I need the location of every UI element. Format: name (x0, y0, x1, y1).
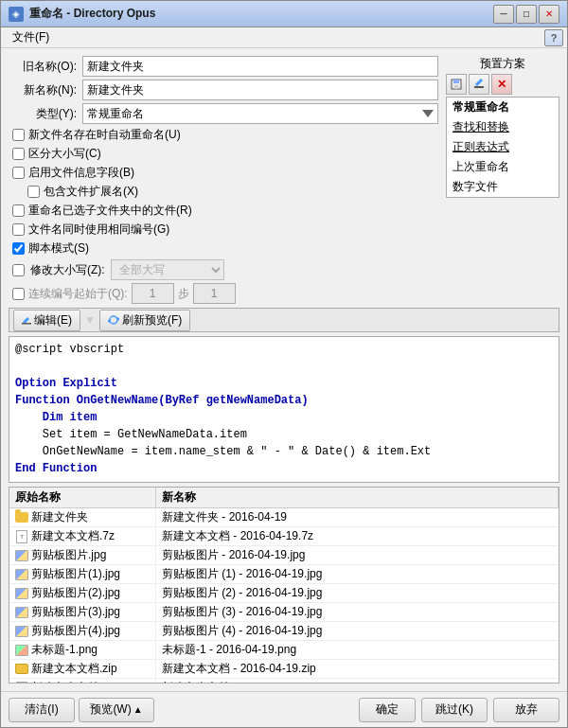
new-name-cell: 新建文本文档 (2) - 2016-04-19 (156, 679, 559, 683)
new-name-cell: 剪贴板图片 (3) - 2016-04-19.jpg (156, 603, 559, 621)
original-cell: 新建文本文档.zip (9, 660, 156, 678)
clean-button[interactable]: 清洁(I) (9, 698, 75, 722)
table-row[interactable]: 剪贴板图片(4).jpg 剪贴板图片 (4) - 2016-04-19.jpg (9, 622, 559, 641)
type-select[interactable]: 常规重命名 查找和替换 正则表达式 (82, 103, 438, 124)
original-cell: 剪贴板图片(2).jpg (9, 584, 156, 602)
preset-item[interactable]: 正则表达式 (447, 137, 559, 157)
code-line: Function OnGetNewName(ByRef getNewNameDa… (15, 392, 553, 409)
auto-rename-label[interactable]: 新文件名存在时自动重命名(U) (28, 127, 181, 143)
preset-item[interactable]: 数字文件 (447, 177, 559, 197)
file-icon: T (15, 682, 28, 684)
title-bar: ◈ 重命名 - Directory Opus ─ □ ✕ (1, 1, 567, 27)
original-cell: T 新建文本文档.7z (9, 527, 156, 545)
old-name-input[interactable] (82, 56, 438, 77)
col-original-header: 原始名称 (9, 488, 156, 507)
preset-item[interactable]: 常规重命名 (447, 98, 559, 117)
numbering-label[interactable]: 连续编号起始于(Q): (28, 286, 128, 302)
same-number-label[interactable]: 文件名同时使用相同编号(G) (28, 222, 169, 238)
table-row[interactable]: T 新建文本文档.7z 新建文本文档 - 2016-04-19.7z (9, 527, 559, 546)
table-row[interactable]: 剪贴板图片(3).jpg 剪贴板图片 (3) - 2016-04-19.jpg (9, 603, 559, 622)
preset-edit-button[interactable] (469, 74, 489, 95)
left-form: 旧名称(O): 新名称(N): 类型(Y): 常规重命名 查找和替换 正则表达式 (9, 56, 438, 304)
rename-subfolders-label[interactable]: 重命名已选子文件夹中的文件(R) (28, 203, 192, 219)
modify-case-checkbox[interactable] (12, 264, 25, 276)
table-row[interactable]: 新建文本文档.zip 新建文本文档 - 2016-04-19.zip (9, 660, 559, 679)
new-name-cell: 剪贴板图片 - 2016-04-19.jpg (156, 546, 559, 564)
modify-case-label[interactable]: 修改大小写(Z): (30, 262, 105, 278)
table-row[interactable]: 新建文件夹 新建文件夹 - 2016-04-19 (9, 508, 559, 527)
code-line: Option Explicit (15, 375, 553, 392)
preview-body: 新建文件夹 新建文件夹 - 2016-04-19 T 新建文本文档.7z 新建文… (9, 508, 559, 683)
editor-toolbar: 编辑(E) ▼ 刷新预览(F) (9, 308, 559, 332)
old-name-label: 旧名称(O): (9, 59, 77, 75)
window-title: 重命名 - Directory Opus (29, 6, 493, 22)
edit-button[interactable]: 编辑(E) (13, 310, 80, 331)
top-section: 旧名称(O): 新名称(N): 类型(Y): 常规重命名 查找和替换 正则表达式 (9, 56, 559, 304)
col-new-header: 新名称 (156, 488, 559, 507)
cb-include-ext: 包含文件扩展名(X) (27, 184, 438, 200)
code-editor[interactable]: @script vbscript Option Explicit Functio… (9, 336, 559, 483)
script-mode-label[interactable]: 脚本模式(S) (28, 240, 89, 257)
code-line: Set item = GetNewNameData.item (15, 426, 553, 443)
modify-case-row: 修改大小写(Z): 全部大写 全部小写 (12, 259, 438, 280)
same-number-checkbox[interactable] (12, 223, 25, 236)
title-bar-buttons: ─ □ ✕ (493, 5, 559, 24)
preview-header: 原始名称 新名称 (9, 488, 559, 508)
include-ext-label[interactable]: 包含文件扩展名(X) (44, 184, 138, 200)
image-icon (15, 606, 28, 619)
include-ext-checkbox[interactable] (27, 186, 40, 198)
original-cell: 剪贴板图片.jpg (9, 546, 156, 564)
preset-item[interactable]: 查找和替换 (447, 117, 559, 137)
preset-delete-button[interactable]: ✕ (491, 74, 512, 95)
close-button[interactable]: ✕ (539, 5, 559, 24)
app-icon: ◈ (9, 7, 24, 22)
case-sensitive-label[interactable]: 区分大小写(C) (28, 146, 101, 162)
table-row[interactable]: 剪贴板图片.jpg 剪贴板图片 - 2016-04-19.jpg (9, 546, 559, 565)
table-row[interactable]: 剪贴板图片(2).jpg 剪贴板图片 (2) - 2016-04-19.jpg (9, 584, 559, 603)
table-row[interactable]: T 新建文本文档 (2) 新建文本文档 (2) - 2016-04-19 (9, 679, 559, 683)
minimize-button[interactable]: ─ (493, 5, 514, 24)
refresh-preview-button[interactable]: 刷新预览(F) (99, 310, 190, 331)
maximize-button[interactable]: □ (516, 5, 537, 24)
new-name-cell: 新建文本文档 - 2016-04-19.7z (156, 527, 559, 545)
code-line: OnGetNewName = item.name_stem & " - " & … (15, 443, 553, 460)
image-icon (15, 568, 28, 581)
file-info-label[interactable]: 启用文件信息字段(B) (28, 165, 134, 181)
code-line (15, 358, 553, 375)
cb-auto-rename: 新文件名存在时自动重命名(U) (12, 127, 438, 143)
cb-case-sensitive: 区分大小写(C) (12, 146, 438, 162)
svg-rect-1 (453, 80, 459, 83)
case-sensitive-checkbox[interactable] (12, 148, 25, 160)
rename-subfolders-checkbox[interactable] (12, 204, 25, 217)
ok-button[interactable]: 确定 (359, 698, 416, 722)
svg-marker-6 (108, 319, 110, 323)
code-line: End Function (15, 460, 553, 477)
table-row[interactable]: 未标题-1.png 未标题-1 - 2016-04-19.png (9, 641, 559, 660)
script-mode-checkbox[interactable] (12, 242, 25, 255)
preset-title: 预置方案 (446, 56, 559, 72)
preview-button[interactable]: 预览(W) ▲ (79, 698, 154, 722)
menu-bar: 文件(F) ? (1, 27, 567, 48)
new-name-cell: 剪贴板图片 (1) - 2016-04-19.jpg (156, 565, 559, 583)
preset-save-button[interactable] (446, 74, 467, 95)
numbering-start-input[interactable] (132, 283, 174, 304)
file-info-checkbox[interactable] (12, 167, 25, 179)
skip-button[interactable]: 跳过(K) (421, 698, 488, 722)
auto-rename-checkbox[interactable] (12, 129, 25, 141)
step-label: 步 (178, 286, 189, 302)
preset-item[interactable]: 上次重命名 (447, 157, 559, 177)
new-name-cell: 剪贴板图片 (2) - 2016-04-19.jpg (156, 584, 559, 602)
bottom-left-buttons: 清洁(I) 预览(W) ▲ (9, 698, 154, 722)
menu-file[interactable]: 文件(F) (5, 27, 57, 47)
cancel-button[interactable]: 放弃 (493, 698, 559, 722)
numbering-step-input[interactable] (193, 283, 236, 304)
new-name-input[interactable] (82, 80, 438, 100)
type-row: 类型(Y): 常规重命名 查找和替换 正则表达式 (9, 103, 438, 124)
edit-btn-label: 编辑(E) (34, 312, 72, 328)
numbering-checkbox[interactable] (12, 288, 25, 300)
main-window: ◈ 重命名 - Directory Opus ─ □ ✕ 文件(F) ? 旧名称… (0, 0, 568, 728)
modify-case-select[interactable]: 全部大写 全部小写 (111, 259, 224, 280)
svg-rect-2 (454, 85, 458, 89)
help-button[interactable]: ? (544, 29, 563, 46)
table-row[interactable]: 剪贴板图片(1).jpg 剪贴板图片 (1) - 2016-04-19.jpg (9, 565, 559, 584)
